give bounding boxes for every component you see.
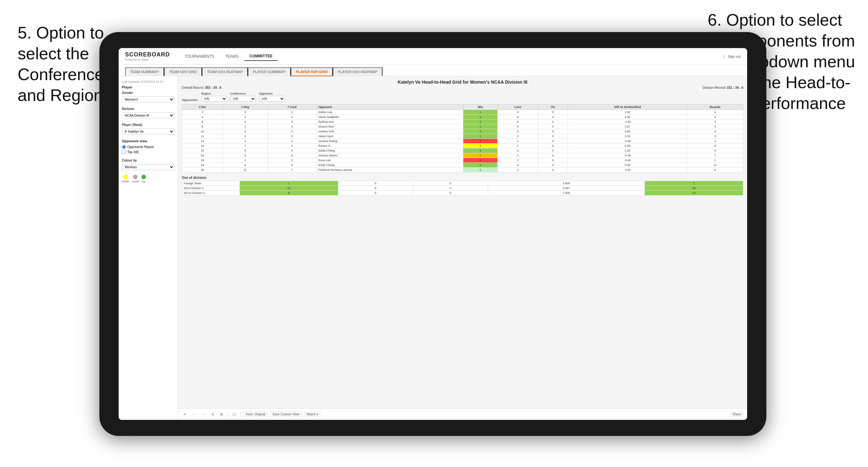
cell-opponent: Sydney Kuo bbox=[316, 120, 463, 124]
cell-diff: 3.67 bbox=[568, 124, 687, 129]
toolbar-watch[interactable]: Watch ▾ bbox=[304, 411, 320, 417]
sign-out-link[interactable]: Sign out bbox=[728, 55, 741, 58]
cell-opponent: Emily Chang bbox=[316, 163, 463, 168]
division-select[interactable]: NCAA Division III bbox=[122, 113, 175, 119]
cell-loss: 1 bbox=[498, 139, 538, 144]
sub-tab-team-h2h-grid[interactable]: TEAM H2H GRID bbox=[164, 67, 202, 76]
toolbar-undo[interactable]: ↩ bbox=[182, 412, 188, 417]
cell-rounds: 6 bbox=[687, 168, 743, 173]
watch-chevron: ▾ bbox=[316, 412, 318, 416]
radio-top100[interactable]: Top 100 bbox=[122, 150, 175, 154]
cell-loss: 2 bbox=[498, 153, 538, 158]
region-select[interactable]: (All) bbox=[202, 96, 227, 102]
opponent-select[interactable]: (All) bbox=[259, 96, 285, 102]
toolbar-forward[interactable]: → bbox=[200, 412, 208, 417]
cell-conf: 4 bbox=[268, 124, 316, 129]
cell-tie: 0 bbox=[538, 163, 568, 168]
cell-div: 6 bbox=[182, 120, 223, 124]
cell-conf: 2 bbox=[268, 158, 316, 163]
sub-tab-player-h2h-grid[interactable]: PLAYER H2H GRID bbox=[291, 67, 333, 76]
nav-teams[interactable]: TEAMS bbox=[220, 52, 243, 61]
sub-tab-team-h2h-heatmap[interactable]: TEAM H2H HEATMAP bbox=[202, 67, 248, 76]
cell-conf: 5 bbox=[268, 134, 316, 139]
colour-by-label: Colour by bbox=[122, 159, 175, 162]
table-row: 3 3 1 Esther Lee 1 0 0 1.50 4 bbox=[182, 110, 743, 115]
cell-loss: 1 bbox=[498, 168, 538, 173]
region-label: Region bbox=[202, 92, 227, 95]
sub-tab-player-h2h-heatmap[interactable]: PLAYER H2H HEATMAP bbox=[333, 67, 382, 76]
main-content: Last Updated: 27/03/2024 14:34 Player Ge… bbox=[119, 76, 747, 420]
cell-reg: 2 bbox=[223, 115, 268, 120]
cell-reg: 3 bbox=[223, 120, 268, 124]
cell-diff: 4.00 bbox=[568, 115, 687, 120]
nav-committee[interactable]: COMMITTEE bbox=[244, 52, 278, 61]
conference-select[interactable]: (All) bbox=[230, 96, 256, 102]
out-table-row: NAIA Division 1 15 0 0 9.267 30 bbox=[182, 186, 743, 191]
cell-opponent: Alexis Sudjianto bbox=[316, 115, 463, 120]
table-row: 9 1 4 Sharon Mun 1 0 0 3.67 3 bbox=[182, 124, 743, 129]
share-label: Share bbox=[732, 412, 741, 416]
division-record: Division Record: 331 - 34 - 6 bbox=[703, 86, 743, 89]
out-cell-label: NCAA Division 2 bbox=[182, 191, 240, 195]
cell-rounds: 4 bbox=[687, 129, 743, 134]
cell-loss: 0 bbox=[498, 120, 538, 124]
cell-rounds: 9 bbox=[687, 144, 743, 148]
toolbar-share[interactable]: Share bbox=[730, 411, 743, 417]
cell-reg: 3 bbox=[223, 110, 268, 115]
gender-select[interactable]: Women's bbox=[122, 96, 175, 102]
cell-conf: 6 bbox=[268, 163, 316, 168]
cell-div: 10 bbox=[182, 129, 223, 134]
cell-win: 1 bbox=[463, 124, 498, 129]
colour-by-select[interactable]: Win/loss bbox=[122, 164, 175, 170]
cell-rounds: 4 bbox=[687, 148, 743, 153]
table-row: 15 8 5 Stella Cheng 1 0 0 1.25 4 bbox=[182, 148, 743, 153]
cell-tie: 0 bbox=[538, 153, 568, 158]
cell-rounds: 3 bbox=[687, 115, 743, 120]
cell-opponent: Jessica Mason bbox=[316, 153, 463, 158]
cell-opponent: Euna Lee bbox=[316, 158, 463, 163]
cell-div: 11 bbox=[182, 134, 223, 139]
table-row: 18 2 2 Euna Lee 0 2 0 -5.00 2 bbox=[182, 158, 743, 163]
cell-win: 0 bbox=[463, 139, 498, 144]
toolbar-view-original[interactable]: View: Original bbox=[243, 411, 268, 417]
player-section-title: Player bbox=[122, 85, 175, 89]
cell-reg: 8 bbox=[223, 148, 268, 153]
radio-opponents-played[interactable]: Opponents Played bbox=[122, 145, 175, 149]
toolbar-paste[interactable]: ⊞ bbox=[218, 412, 225, 417]
cell-diff: -0.94 bbox=[568, 153, 687, 158]
cell-opponent: Federica Domecq Lacroze bbox=[316, 168, 463, 173]
toolbar-divider-2 bbox=[241, 412, 241, 417]
sub-tab-team-summary[interactable]: TEAM SUMMARY bbox=[125, 67, 164, 76]
nav-tournaments[interactable]: TOURNAMENTS bbox=[180, 52, 219, 61]
out-cell-tie: 0 bbox=[413, 181, 488, 186]
player-rank-select[interactable]: 8. Katelyn Vo bbox=[122, 128, 175, 135]
sidebar: Last Updated: 27/03/2024 14:34 Player Ge… bbox=[119, 76, 178, 420]
cell-win: 1 bbox=[463, 134, 498, 139]
dot-level bbox=[133, 175, 137, 179]
cell-loss: 2 bbox=[498, 144, 538, 148]
dot-up bbox=[142, 175, 146, 179]
col-conf: # Conf bbox=[268, 104, 316, 110]
toolbar-clock[interactable]: 🕐 bbox=[230, 412, 238, 417]
out-cell-diff: 7.400 bbox=[488, 191, 645, 195]
cell-rounds: 2 bbox=[687, 139, 743, 144]
toolbar-back[interactable]: ← bbox=[191, 412, 198, 417]
cell-conf: 6 bbox=[268, 153, 316, 158]
sub-tab-player-summary[interactable]: PLAYER SUMMARY bbox=[248, 67, 291, 76]
view-original-label: View: Original bbox=[246, 412, 266, 416]
main-data-table: # Div # Reg # Conf Opponent Win Loss Tie… bbox=[182, 104, 743, 173]
cell-reg: 2 bbox=[223, 134, 268, 139]
dot-legend: Down Level Up bbox=[122, 175, 175, 183]
cell-conf: 2 bbox=[268, 115, 316, 120]
table-row: 19 6 6 Emily Chang 4 0 0 0.30 11 bbox=[182, 163, 743, 168]
toolbar-copy[interactable]: ⎘ bbox=[210, 412, 216, 417]
cell-rounds: 3 bbox=[687, 124, 743, 129]
filter-conference-group: Conference (All) bbox=[230, 92, 256, 102]
out-cell-rounds: 10 bbox=[645, 191, 743, 195]
tablet-frame: SCOREBOARD Powered by clippd TOURNAMENTS… bbox=[99, 32, 766, 436]
toolbar-save-custom[interactable]: Save Custom View bbox=[270, 411, 302, 417]
cell-tie: 0 bbox=[538, 115, 568, 120]
cell-rounds: 3 bbox=[687, 120, 743, 124]
cell-reg: 2 bbox=[223, 158, 268, 163]
cell-diff: 1.25 bbox=[568, 148, 687, 153]
